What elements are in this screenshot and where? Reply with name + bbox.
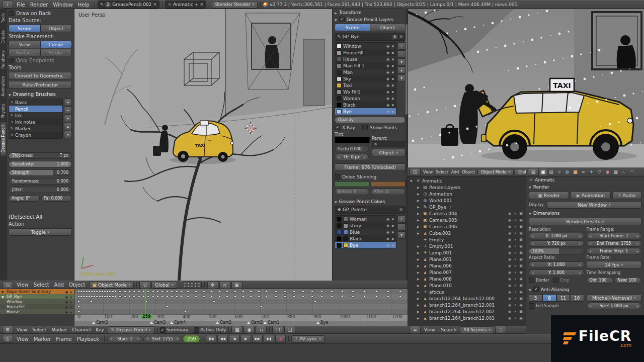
brush-slider[interactable]: Sensitivity: 1.000 <box>9 161 72 167</box>
gp-layer-row[interactable]: Wo Fill1 ◉ ▪ <box>335 88 396 95</box>
properties-tab-icon[interactable] <box>612 168 619 175</box>
move-layer-down-button[interactable]: ▾ <box>397 74 406 82</box>
info-editor-icon[interactable]: i <box>2 1 13 9</box>
restrict-toggles[interactable]: ◉ ⌖ ▣ <box>508 303 524 307</box>
color-lock-hide-icons[interactable]: ◉ ▪ <box>386 217 394 221</box>
viewport-canvas[interactable]: TAXI <box>74 9 332 281</box>
placement-view-button[interactable]: View <box>9 41 41 48</box>
xray-checkbox[interactable] <box>335 125 340 130</box>
layer-visibility-lock-icons[interactable]: ◉ ▪ <box>386 44 394 48</box>
move-layer-up-button[interactable]: ▴ <box>397 66 406 74</box>
brush-slider[interactable]: Thickness: 7 px <box>9 152 72 159</box>
expand-icon[interactable]: ▶ <box>417 212 421 215</box>
add-layer-button[interactable]: + <box>397 42 406 50</box>
properties-tab-icon[interactable] <box>620 168 627 175</box>
outliner-row[interactable]: ▶ RenderLayers ◉ ⌖ ▣ <box>408 184 526 191</box>
restrict-toggles[interactable]: ◉ ⌖ ▣ <box>508 225 524 229</box>
manipulator-icon[interactable]: ✥ <box>207 281 218 289</box>
brush-list-item[interactable]: ✎ Marker <box>9 125 62 132</box>
fill-color-swatch[interactable] <box>343 230 348 235</box>
parent-object-field[interactable]: ⊕ <box>372 141 406 147</box>
resolution-x-field[interactable]: ◂X: 1280 px▸ <box>529 233 584 239</box>
render-opengl-icon[interactable]: ▣ <box>231 281 243 289</box>
layer-visibility-lock-icons[interactable]: ◉ ▪ <box>386 77 394 81</box>
expand-icon[interactable]: ▶ <box>417 218 421 222</box>
jump-to-start-button[interactable]: ▮◀ <box>206 335 216 343</box>
add-color-button[interactable]: + <box>397 215 406 223</box>
gp-layer-row[interactable]: House ◉ ▪ <box>335 56 396 62</box>
mode-select[interactable]: ■ Object Mode▾ <box>89 281 134 289</box>
outliner-row[interactable]: ▶ Empty.001 ◉ ⌖ ▣ <box>408 243 526 249</box>
colors-expand-icon[interactable] <box>335 199 337 204</box>
gp-color-row[interactable]: Blue ◉ ▪ <box>335 229 396 235</box>
toolshelf-tab[interactable]: Animation <box>1 73 6 100</box>
outliner-row[interactable]: ▶ branch12.264_branch12.003 ◉ ⌖ ▣ <box>408 315 526 321</box>
copy-keyframes-icon[interactable]: ❐ <box>272 326 283 334</box>
viewport-editor-icon[interactable]: ◳ <box>2 281 13 289</box>
only-endpoints-checkbox[interactable] <box>9 58 14 63</box>
layers-widget[interactable] <box>183 282 202 288</box>
restrict-toggles[interactable]: ◉ ⌖ ▣ <box>508 212 524 216</box>
layer-visibility-lock-icons[interactable]: ◉ ▪ <box>386 57 394 61</box>
menu-item[interactable]: Select <box>31 282 52 288</box>
aa-size-field[interactable]: ◂Size: 1.000 px▸ <box>587 303 642 309</box>
expand-icon[interactable]: ▶ <box>417 297 421 300</box>
menu-item[interactable]: Add <box>450 169 461 175</box>
panel-expand-icon[interactable] <box>9 92 11 97</box>
parent-type-select[interactable]: Object▾ <box>372 149 406 156</box>
toolshelf-tab[interactable]: Tools <box>1 10 6 26</box>
properties-tab-icon[interactable] <box>588 168 595 175</box>
remap-old-field[interactable]: Old: 100 <box>587 277 614 284</box>
expand-icon[interactable]: ▶ <box>417 270 421 274</box>
gp-layer-row[interactable]: Black ◉ ▪ <box>335 102 396 108</box>
menu-item[interactable]: Object <box>66 282 88 288</box>
properties-tab-icon[interactable] <box>580 168 587 175</box>
brush-list-item[interactable]: ✎ Pencil <box>9 106 62 112</box>
unlink-icon[interactable]: ✕ <box>153 2 157 7</box>
dope-channel-row[interactable]: ▼ GP_Bye ● ▪ <box>0 294 74 299</box>
layer-color-swatch[interactable] <box>337 44 342 49</box>
restrict-toggles[interactable]: ◉ ⌖ ▣ <box>508 264 524 268</box>
fake-user-button[interactable]: F <box>392 35 398 39</box>
aa-sample-button[interactable]: 5 <box>529 294 542 302</box>
brush-specials-button[interactable]: ▾ <box>64 115 72 122</box>
brush-slider[interactable]: Jitter: 0.000 <box>9 187 72 193</box>
paste-keyframes-icon[interactable]: ❏ <box>284 326 295 334</box>
viewport-editor-icon[interactable]: ◳ <box>410 168 421 176</box>
render-animation-button[interactable]: ▶Animation <box>571 192 611 199</box>
action-select[interactable]: Toggle▾ <box>9 228 72 236</box>
resolution-y-field[interactable]: ◂Y: 720 px▸ <box>529 240 584 247</box>
layer-specials-button[interactable]: ▾ <box>397 58 406 66</box>
placement-stroke-button[interactable]: Stroke <box>41 49 72 56</box>
render-expand-icon[interactable] <box>529 185 531 190</box>
properties-tab-icon[interactable] <box>596 168 603 175</box>
end-frame-field[interactable]: ◂End: 1755▸ <box>143 336 182 342</box>
outliner-row[interactable]: ▶ branch12.264_branch12.000 ◉ ⌖ ▣ <box>408 295 526 302</box>
thickness-offset-field[interactable]: ◂Th: 0 px▸ <box>335 154 369 160</box>
channel-mute-lock-icons[interactable]: ● ▪ <box>65 305 72 309</box>
aa-sample-button[interactable]: 8 <box>542 294 556 302</box>
dimensions-expand-icon[interactable] <box>529 211 531 216</box>
play-reverse-button[interactable]: ◀ <box>229 335 239 343</box>
aspect-x-field[interactable]: ◂X: 1.000▸ <box>529 261 584 268</box>
channel-mute-lock-icons[interactable]: ● ▪ <box>65 310 72 314</box>
factor-field[interactable]: Fa: 0.000 <box>41 195 72 202</box>
scene-selector[interactable]: ☼ Animatic + ✕ <box>165 1 206 9</box>
menu-item[interactable]: Select <box>434 169 450 175</box>
menu-item[interactable]: Playback <box>74 336 102 342</box>
render-presets-select[interactable]: Render Presets▾ <box>529 218 641 225</box>
ghost-after-field[interactable]: After: 0 <box>371 189 406 195</box>
outliner-row[interactable]: ▶ Plane.007 ◉ ⌖ ▣ <box>408 269 526 276</box>
layers-panel-checkbox[interactable] <box>339 17 345 22</box>
expand-icon[interactable]: ▶ <box>417 192 421 196</box>
channel-expand-icon[interactable]: ▼ <box>2 295 5 299</box>
outliner-row[interactable]: ▶ branch12.264_branch12.002 ◉ ⌖ ▣ <box>408 308 526 315</box>
stroke-color-swatch[interactable] <box>337 236 342 241</box>
layer-color-swatch[interactable] <box>337 109 342 114</box>
stroke-color-swatch[interactable] <box>337 243 342 248</box>
active-only-checkbox[interactable] <box>194 327 199 333</box>
stroke-color-swatch[interactable] <box>337 223 342 228</box>
properties-tab-icon[interactable] <box>564 168 571 175</box>
properties-tab-icon[interactable] <box>547 168 555 175</box>
restrict-toggles[interactable]: ◉ ⌖ ▣ <box>508 277 524 281</box>
